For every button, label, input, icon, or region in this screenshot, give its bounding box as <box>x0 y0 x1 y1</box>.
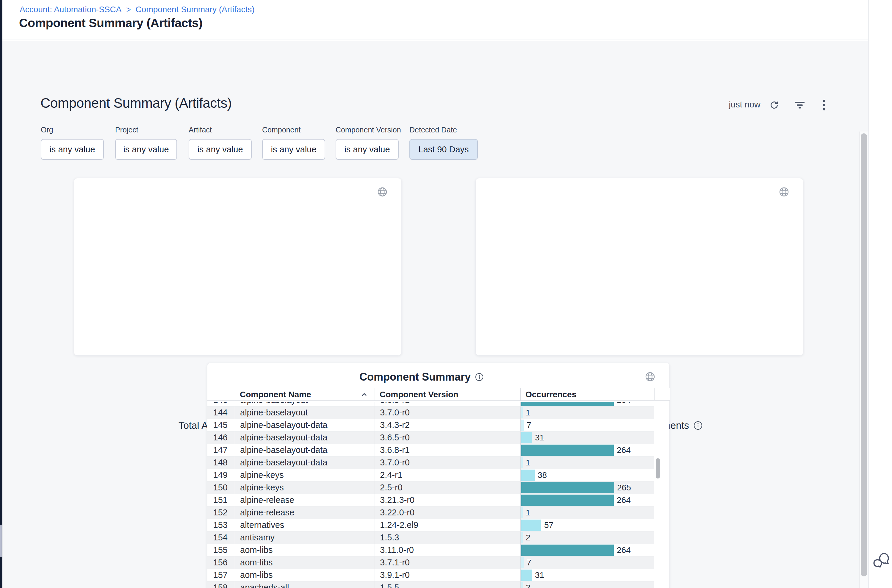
app-header: Account: Automation-SSCA > Component Sum… <box>2 0 868 40</box>
last-refreshed-label: just now <box>716 100 760 110</box>
component-name-cell: alpine-release <box>235 494 375 506</box>
component-name-cell: alpine-release <box>235 507 375 519</box>
occurrences-cell: 265 <box>520 482 654 494</box>
filter-button-project[interactable]: is any value <box>115 139 177 160</box>
component-name-cell: alpine-keys <box>235 482 375 494</box>
table-row: 153alternatives1.24-2.el957 <box>207 519 654 531</box>
component-name-cell: alternatives <box>235 519 375 531</box>
occurrence-value: 264 <box>617 446 631 455</box>
component-version-cell: 1.5.3 <box>375 531 520 544</box>
support-chat-button[interactable] <box>872 550 891 570</box>
occurrence-value: 31 <box>535 570 544 580</box>
occurrences-cell: 31 <box>520 432 654 444</box>
row-index-cell: 148 <box>207 456 231 469</box>
globe-icon[interactable] <box>377 187 388 197</box>
dashboard-more-actions-button[interactable] <box>818 99 830 111</box>
table-scrollbar-thumb[interactable] <box>656 458 660 478</box>
occurrence-value: 31 <box>535 433 544 442</box>
occurrence-bar <box>521 432 532 443</box>
component-name-cell: alpine-baselayout-data <box>235 444 375 456</box>
occurrences-cell: 7 <box>520 556 654 568</box>
breadcrumb: Account: Automation-SSCA > Component Sum… <box>19 4 254 15</box>
info-icon[interactable] <box>693 421 703 430</box>
table-row: 151alpine-release3.21.3-r0264 <box>207 494 654 507</box>
table-row: 143alpine-baselayout3.6.8-r1264 <box>207 402 654 406</box>
table-row: 146alpine-baselayout-data3.6.5-r031 <box>207 432 654 444</box>
dashboard-scrollbar[interactable] <box>859 132 868 588</box>
dashboard-title: Component Summary (Artifacts) <box>40 95 231 111</box>
collapsed-sidebar[interactable] <box>0 0 2 588</box>
table-row: 157aom-libs3.9.1-r031 <box>207 569 654 582</box>
occurrence-value: 264 <box>617 402 631 405</box>
column-header-component-name[interactable]: Component Name <box>240 388 311 401</box>
filter-button-artifact[interactable]: is any value <box>189 139 252 160</box>
kebab-menu-icon <box>823 99 826 111</box>
row-index-cell: 143 <box>207 402 231 406</box>
filter-button-org[interactable]: is any value <box>41 139 104 160</box>
breadcrumb-account-link[interactable]: Account: Automation-SSCA <box>19 5 121 14</box>
component-name-cell: aom-libs <box>235 544 375 556</box>
info-icon[interactable] <box>475 372 484 381</box>
occurrence-bar <box>521 402 614 406</box>
dashboard-scrollbar-thumb[interactable] <box>861 133 867 576</box>
row-index-cell: 153 <box>207 519 231 531</box>
table-row: 152alpine-release3.22.0-r01 <box>207 507 654 519</box>
component-name-cell: apacheds-all <box>235 582 375 588</box>
component-name-cell: alpine-baselayout-data <box>235 456 375 469</box>
column-header-component-version[interactable]: Component Version <box>380 388 458 401</box>
table-row: 158apacheds-all1.5.52 <box>207 582 654 588</box>
sidebar-scrollbar-thumb[interactable] <box>0 525 2 557</box>
row-index-cell: 147 <box>207 444 231 456</box>
column-header-occurrences[interactable]: Occurrences <box>525 388 576 401</box>
occurrence-bar <box>521 582 523 588</box>
filter-button-component-version[interactable]: is any value <box>336 139 399 160</box>
filter-label-artifact: Artifact <box>189 126 212 134</box>
filter-button-component[interactable]: is any value <box>262 139 325 160</box>
page-title: Component Summary (Artifacts) <box>19 16 202 30</box>
component-version-cell: 1.24-2.el9 <box>375 519 520 531</box>
component-name-cell: alpine-baselayout-data <box>235 419 375 431</box>
table-row: 147alpine-baselayout-data3.6.8-r1264 <box>207 444 654 456</box>
component-version-cell: 3.6.8-r1 <box>375 444 520 456</box>
occurrence-bar <box>521 507 523 518</box>
table-row: 155aom-libs3.11.0-r0264 <box>207 544 654 556</box>
refresh-icon <box>769 100 779 110</box>
dashboard-surface: Component Summary (Artifacts) just now <box>2 41 868 588</box>
occurrence-value: 1 <box>526 458 531 468</box>
dashboard-filters-button[interactable] <box>794 99 806 111</box>
row-index-cell: 151 <box>207 494 231 506</box>
component-version-cell: 3.6.8-r1 <box>375 402 520 406</box>
component-version-cell: 3.21.3-r0 <box>375 494 520 506</box>
table-title: Component Summary <box>360 371 471 383</box>
component-version-cell: 3.7.1-r0 <box>375 556 520 568</box>
refresh-button[interactable] <box>768 99 780 111</box>
occurrence-value: 2 <box>526 533 531 543</box>
component-version-cell: 3.4.3-r2 <box>375 419 520 431</box>
component-version-cell: 3.7.0-r0 <box>375 456 520 469</box>
occurrences-cell: 57 <box>520 519 654 531</box>
row-index-cell: 158 <box>207 582 231 588</box>
table-row: 154antisamy1.5.32 <box>207 531 654 544</box>
occurrence-value: 264 <box>617 546 631 555</box>
occurrence-value: 264 <box>617 495 631 505</box>
component-summary-page: Account: Automation-SSCA > Component Sum… <box>0 0 892 588</box>
table-row: 150alpine-keys2.5-r0265 <box>207 482 654 494</box>
occurrence-bar <box>521 445 614 456</box>
globe-icon[interactable] <box>645 371 655 382</box>
filter-label-component: Component <box>262 126 300 134</box>
row-index-cell: 145 <box>207 419 231 431</box>
breadcrumb-page-link[interactable]: Component Summary (Artifacts) <box>136 5 255 14</box>
occurrence-value: 7 <box>527 420 531 430</box>
component-version-cell: 3.9.1-r0 <box>375 569 520 581</box>
row-index-cell: 154 <box>207 531 231 544</box>
globe-icon[interactable] <box>779 187 789 197</box>
filter-button-detected-date[interactable]: Last 90 Days <box>409 139 478 160</box>
occurrence-bar <box>521 544 614 556</box>
component-version-cell: 3.22.0-r0 <box>375 507 520 519</box>
row-index-cell: 150 <box>207 482 231 494</box>
occurrence-value: 2 <box>526 583 531 588</box>
occurrence-bar <box>521 482 614 494</box>
component-version-cell: 3.6.5-r0 <box>375 432 520 444</box>
kpi-card-total-artifacts: 16 Total Artifacts Evaluated <box>74 178 402 356</box>
table-row: 149alpine-keys2.4-r138 <box>207 469 654 482</box>
